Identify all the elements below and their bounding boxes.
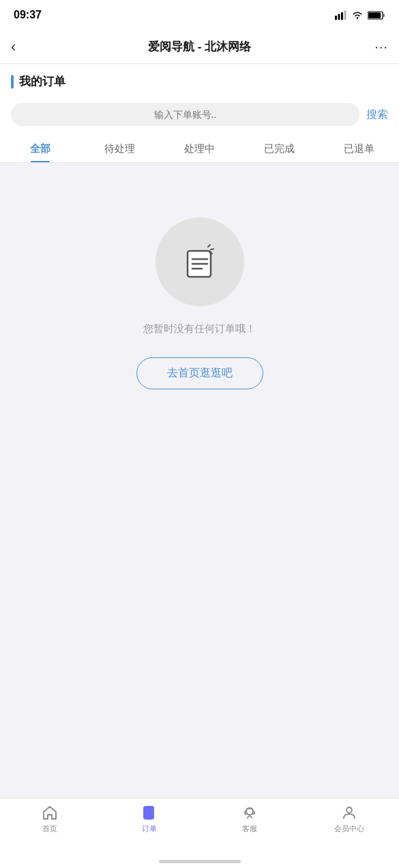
home-icon xyxy=(41,804,59,822)
page-content: 我的订单 搜索 全部 待处理 处理中 已完成 已退单 xyxy=(0,64,399,798)
svg-rect-2 xyxy=(341,12,343,20)
back-button[interactable]: ‹ xyxy=(11,38,35,56)
status-time: 09:37 xyxy=(14,9,42,21)
svg-line-11 xyxy=(208,245,210,247)
tab-cancelled[interactable]: 已退单 xyxy=(319,134,399,162)
bottom-nav-member[interactable]: 会员中心 xyxy=(299,804,399,834)
bottom-nav: 首页 订单 客服 xyxy=(0,798,399,854)
svg-rect-6 xyxy=(368,12,381,18)
tab-completed[interactable]: 已完成 xyxy=(239,134,319,162)
svg-rect-15 xyxy=(144,807,153,819)
search-area: 搜索 xyxy=(0,96,399,134)
home-indicator xyxy=(0,854,399,868)
home-bar xyxy=(159,860,241,863)
member-label: 会员中心 xyxy=(334,824,364,834)
search-input[interactable] xyxy=(22,109,349,120)
tab-pending[interactable]: 待处理 xyxy=(80,134,160,162)
nav-title: 爱阅导航 - 北沐网络 xyxy=(148,39,251,55)
go-home-button[interactable]: 去首页逛逛吧 xyxy=(136,357,263,389)
orders-icon xyxy=(141,804,158,822)
bottom-nav-orders[interactable]: 订单 xyxy=(100,804,199,834)
empty-orders-icon xyxy=(178,240,222,284)
tab-all[interactable]: 全部 xyxy=(0,134,80,162)
svg-line-12 xyxy=(211,249,213,250)
section-title: 我的订单 xyxy=(19,74,65,89)
service-icon xyxy=(241,804,258,822)
section-header: 我的订单 xyxy=(0,64,399,96)
svg-rect-1 xyxy=(338,14,340,20)
svg-rect-0 xyxy=(335,16,337,20)
empty-state: 您暂时没有任何订单哦！ 去首页逛逛吧 xyxy=(0,163,399,798)
service-label: 客服 xyxy=(242,824,257,834)
bottom-nav-home[interactable]: 首页 xyxy=(0,804,100,834)
search-input-wrap xyxy=(11,103,359,126)
tab-processing[interactable]: 处理中 xyxy=(160,134,239,162)
tabs-bar: 全部 待处理 处理中 已完成 已退单 xyxy=(0,134,399,163)
bottom-nav-service[interactable]: 客服 xyxy=(200,804,299,834)
signal-icon xyxy=(335,10,347,20)
status-bar: 09:37 xyxy=(0,0,399,30)
empty-icon-wrap xyxy=(156,218,244,306)
status-icons xyxy=(335,10,385,20)
section-accent xyxy=(11,75,14,89)
search-button[interactable]: 搜索 xyxy=(366,108,388,122)
home-label: 首页 xyxy=(42,824,57,834)
more-button[interactable]: ··· xyxy=(364,39,388,55)
svg-point-20 xyxy=(346,807,352,813)
orders-label: 订单 xyxy=(142,824,157,834)
empty-text: 您暂时没有任何订单哦！ xyxy=(143,323,256,335)
svg-rect-3 xyxy=(344,11,346,20)
nav-bar: ‹ 爱阅导航 - 北沐网络 ··· xyxy=(0,30,399,64)
wifi-icon xyxy=(351,10,364,20)
member-icon xyxy=(340,804,358,822)
svg-rect-5 xyxy=(383,14,385,17)
battery-icon xyxy=(368,11,385,20)
